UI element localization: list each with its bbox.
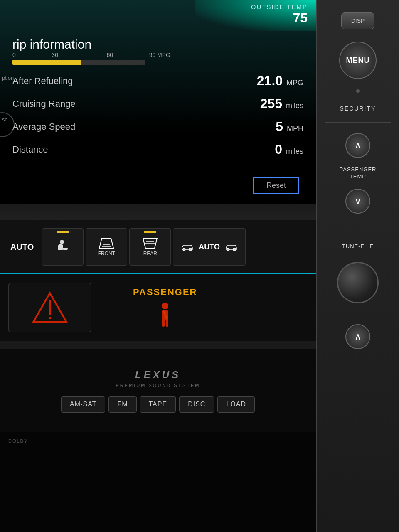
svg-point-0: [60, 240, 64, 244]
distance-label: Distance: [12, 144, 48, 155]
rear-defrost-icon: [142, 237, 158, 249]
cruising-range-row: Cruising Range 255 miles: [12, 96, 303, 111]
cruising-range-label: Cruising Range: [12, 99, 76, 109]
car-right-icon: [224, 243, 239, 251]
front-defrost-icon: [99, 237, 114, 249]
rear-defrost-label: REAR: [143, 251, 157, 256]
menu-button[interactable]: MENU: [339, 42, 377, 79]
average-speed-row: Average Speed 5 MPH: [12, 119, 303, 134]
outside-temp-value: 75: [293, 10, 308, 26]
bottom-section: ∧: [345, 324, 370, 349]
rear-defrost-indicator: [144, 231, 156, 233]
passenger-temp-up-button[interactable]: ∧: [345, 133, 370, 158]
trip-title: rip information: [12, 37, 91, 51]
tune-file-label: TUNE-FILE: [342, 243, 374, 249]
am-sat-button[interactable]: AM·SAT: [61, 396, 105, 413]
bottom-area: DOLBY: [0, 432, 316, 532]
svg-rect-19: [166, 319, 168, 327]
svg-point-14: [49, 317, 51, 319]
bottom-up-arrow-button[interactable]: ∧: [345, 324, 370, 349]
lexus-subtitle: PREMIUM SOUND SYSTEM: [116, 383, 200, 388]
mpg-bar-container: [12, 60, 145, 65]
security-indicator: [356, 89, 360, 93]
fm-button[interactable]: FM: [108, 396, 136, 413]
disc-button[interactable]: DISC: [179, 396, 214, 413]
mpg-scale-90: 90 MPG: [149, 52, 170, 58]
audio-buttons: AM·SAT FM TAPE DISC LOAD: [8, 396, 308, 413]
right-panel: DISP MENU SECURITY ∧ PASSENGERTEMP ∨ TUN…: [316, 0, 399, 532]
audio-section: LEXUS PREMIUM SOUND SYSTEM AM·SAT FM TAP…: [0, 349, 316, 432]
svg-rect-3: [58, 245, 59, 250]
climate-control-row: AUTO FRONT REAR: [0, 220, 316, 274]
left-edge-label: se: [2, 116, 8, 123]
auto-right-label: AUTO: [199, 243, 220, 251]
separator-1: [325, 122, 391, 123]
separator-2: [325, 224, 391, 224]
load-button[interactable]: LOAD: [217, 396, 255, 413]
rear-defrost-button[interactable]: REAR: [129, 228, 171, 266]
average-speed-label: Average Speed: [12, 121, 75, 132]
dolby-label: DOLBY: [0, 432, 316, 450]
security-label: SECURITY: [340, 105, 376, 112]
car-left-icon: [180, 243, 195, 251]
mpg-scale-30: 30: [52, 52, 58, 58]
after-refueling-row: After Refueling 21.0 MPG: [12, 73, 303, 89]
hazard-button[interactable]: [8, 283, 91, 332]
screen-top-bar: OUTSIDE TEMP 75: [0, 0, 316, 31]
seatbelt-icon: [154, 302, 177, 329]
fan-seat-button[interactable]: [42, 228, 84, 266]
main-screen: OUTSIDE TEMP 75 rip information 0 30 60 …: [0, 0, 316, 220]
disp-button[interactable]: DISP: [341, 12, 374, 29]
distance-row: Distance 0 miles: [12, 142, 303, 157]
data-section: After Refueling 21.0 MPG Cruising Range …: [12, 73, 303, 157]
after-refueling-value: 21.0 MPG: [257, 73, 303, 89]
svg-rect-18: [162, 319, 165, 327]
mpg-scale-60: 60: [107, 52, 113, 58]
fan-seat-icon: [54, 239, 71, 255]
auto-right-button[interactable]: AUTO: [173, 228, 246, 266]
svg-point-15: [162, 303, 168, 309]
distance-value: 0 miles: [275, 142, 303, 157]
outside-temp-label: OUTSIDE TEMP: [251, 3, 308, 10]
outside-temp-area: OUTSIDE TEMP 75: [195, 0, 316, 31]
mpg-scale-0: 0: [12, 52, 16, 58]
mpg-chart: 0 30 60 90 MPG: [12, 52, 303, 65]
passenger-section: PASSENGER: [133, 287, 197, 329]
warning-row: PASSENGER: [0, 274, 316, 341]
cruising-range-value: 255 miles: [260, 96, 303, 111]
tape-button[interactable]: TAPE: [140, 396, 176, 413]
front-defrost-button[interactable]: FRONT: [86, 228, 127, 266]
left-edge-label-top: ption: [2, 75, 14, 81]
average-speed-value: 5 MPH: [276, 119, 303, 134]
lexus-logo: LEXUS: [135, 369, 181, 381]
after-refueling-label: After Refueling: [12, 76, 73, 86]
tune-file-knob[interactable]: [337, 262, 379, 303]
passenger-temp-down-button[interactable]: ∨: [345, 189, 370, 214]
passenger-label: PASSENGER: [133, 287, 197, 298]
svg-rect-2: [63, 248, 68, 250]
passenger-temp-label: PASSENGERTEMP: [340, 166, 377, 180]
reset-button[interactable]: Reset: [253, 177, 299, 194]
auto-left-label: AUTO: [4, 228, 40, 266]
fan-seat-indicator: [57, 231, 69, 233]
hazard-triangle-icon: [31, 291, 69, 324]
front-defrost-label: FRONT: [98, 251, 115, 256]
mpg-bar: [12, 60, 81, 65]
